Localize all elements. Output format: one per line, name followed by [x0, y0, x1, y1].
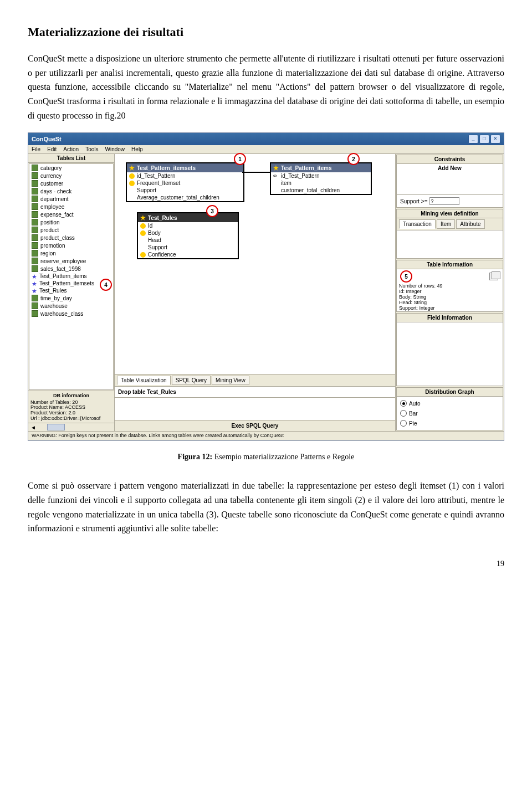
relation-line [242, 172, 270, 173]
mining-view-panel: Mining view definition Transaction Item … [396, 209, 503, 259]
tableinfo-title: Table Information [397, 260, 503, 269]
tab-spql-query[interactable]: SPQL Query [172, 376, 211, 385]
table-icon [32, 295, 38, 301]
star-icon: ★ [273, 165, 279, 171]
statusbar: WARNING: Foreign keys not present in the… [28, 431, 504, 440]
left-column: Tables List category currency customer d… [28, 154, 115, 431]
star-icon: ★ [129, 165, 135, 171]
radio-auto[interactable]: Auto [400, 400, 499, 407]
paragraph-2: Come si può osservare i pattern vengono … [28, 479, 504, 535]
table-information-panel: Table Information 5 Number of rows: 49 I… [396, 260, 503, 311]
table-row[interactable]: category [29, 164, 113, 172]
table-row[interactable]: warehouse [29, 302, 113, 310]
copy-icon[interactable] [489, 273, 498, 280]
tab-mining-view[interactable]: Mining View [212, 376, 249, 385]
table-icon [32, 242, 38, 249]
table-icon [32, 165, 38, 171]
table-row[interactable]: product [29, 226, 113, 234]
horizontal-scrollbar[interactable]: ◄ [28, 423, 114, 431]
menu-file[interactable]: File [32, 146, 40, 152]
figure-12: ConQueSt _ □ × File Edit Action Tools Wi… [28, 132, 504, 441]
menu-tools[interactable]: Tools [85, 146, 98, 152]
table-row[interactable]: product_class [29, 234, 113, 242]
marker-5: 5 [400, 270, 412, 283]
minimize-button[interactable]: _ [468, 135, 478, 143]
radio-bar[interactable]: Bar [400, 410, 499, 417]
marker-4: 4 [100, 279, 112, 291]
star-icon: ★ [32, 281, 37, 286]
tab-item[interactable]: Item [437, 219, 455, 229]
tables-list-title: Tables List [28, 154, 114, 163]
table-row[interactable]: promotion [29, 242, 113, 249]
box-title: Test_Pattern_items [281, 165, 332, 171]
table-row[interactable]: customer [29, 179, 113, 187]
table-icon [32, 227, 38, 233]
mining-view-title: Mining view definition [397, 209, 503, 218]
marker-3: 3 [206, 205, 218, 217]
tables-list[interactable]: category currency customer days - check … [29, 163, 114, 390]
table-row[interactable]: position [29, 218, 113, 226]
menu-edit[interactable]: Edit [47, 146, 57, 152]
table-row[interactable]: department [29, 195, 113, 203]
entity-box-items[interactable]: ★Test_Pattern_items ∞id_Test_Pattern ite… [270, 162, 372, 195]
key-icon [140, 230, 146, 236]
box-title: Test_Rules [148, 215, 177, 221]
add-new-button[interactable]: Add New [397, 164, 503, 172]
table-icon [32, 250, 38, 257]
db-information: DB information Number of Tables: 20 Prod… [28, 391, 114, 423]
table-row[interactable]: sales_fact_1998 [29, 265, 113, 273]
radio-icon [400, 420, 407, 427]
radio-pie[interactable]: Pie [400, 420, 499, 427]
mid-tabs: Table Visualization SPQL Query Mining Vi… [115, 374, 395, 386]
dbinfo-title: DB information [30, 392, 112, 400]
table-row[interactable]: ★Test_Pattern_items [29, 273, 113, 280]
diagram-canvas[interactable]: ★Test_Pattern_itemsets id_Test_Pattern F… [115, 154, 395, 374]
tab-transaction[interactable]: Transaction [399, 219, 436, 229]
scroll-thumb[interactable] [47, 424, 65, 430]
table-row[interactable]: currency [29, 172, 113, 179]
paragraph-1: ConQueSt mette a disposizione un ulterio… [28, 52, 504, 122]
entity-box-rules[interactable]: ★Test_Rules Id Body Head Support Confide… [137, 212, 239, 259]
scroll-left-icon[interactable]: ◄ [30, 424, 36, 430]
table-row[interactable]: employee [29, 203, 113, 211]
menu-action[interactable]: Action [63, 146, 79, 152]
star-icon: ★ [32, 274, 37, 279]
tab-attribute[interactable]: Attribute [456, 219, 484, 229]
radio-icon [400, 410, 407, 417]
dbinfo-row: Url : jdbc:odbc:Driver={Microsof [30, 416, 112, 422]
close-button[interactable]: × [490, 135, 500, 143]
key-icon [140, 252, 146, 258]
table-row[interactable]: region [29, 249, 113, 257]
table-icon [32, 219, 38, 225]
section-heading: Materializzazione dei risultati [28, 22, 504, 42]
middle-column: ★Test_Pattern_itemsets id_Test_Pattern F… [115, 154, 395, 431]
table-icon [32, 180, 38, 187]
table-icon [32, 234, 38, 241]
table-icon [32, 258, 38, 264]
right-column: Constraints Add New Support >= Mining vi… [395, 154, 504, 431]
table-icon [32, 188, 38, 194]
entity-box-itemsets[interactable]: ★Test_Pattern_itemsets id_Test_Pattern F… [126, 162, 244, 202]
fieldinfo-title: Field Information [397, 314, 503, 322]
window-title: ConQueSt [32, 136, 62, 142]
table-row[interactable]: reserve_employee [29, 257, 113, 265]
table-row[interactable]: ★Test_Pattern_itemsets 4 [29, 280, 113, 287]
page-number: 19 [28, 558, 504, 570]
table-icon [32, 172, 38, 179]
support-input[interactable] [429, 197, 459, 205]
constraints-panel: Constraints Add New Support >= [396, 155, 503, 208]
table-row[interactable]: warehouse_class [29, 310, 113, 317]
table-row[interactable]: time_by_day [29, 294, 113, 302]
app-window: ConQueSt _ □ × File Edit Action Tools Wi… [28, 132, 504, 441]
exec-spql-button[interactable]: Exec SPQL Query [115, 420, 395, 431]
menu-window[interactable]: Window [105, 146, 125, 152]
menu-help[interactable]: Help [131, 146, 143, 152]
support-label: Support >= [400, 198, 427, 204]
table-row[interactable]: expense_fact [29, 211, 113, 218]
maximize-button[interactable]: □ [479, 135, 489, 143]
table-icon [32, 203, 38, 210]
table-icon [32, 211, 38, 218]
drop-table-text: Drop table Test_Rules [115, 386, 395, 397]
tab-table-visualization[interactable]: Table Visualization [117, 376, 171, 385]
table-row[interactable]: days - check [29, 187, 113, 195]
